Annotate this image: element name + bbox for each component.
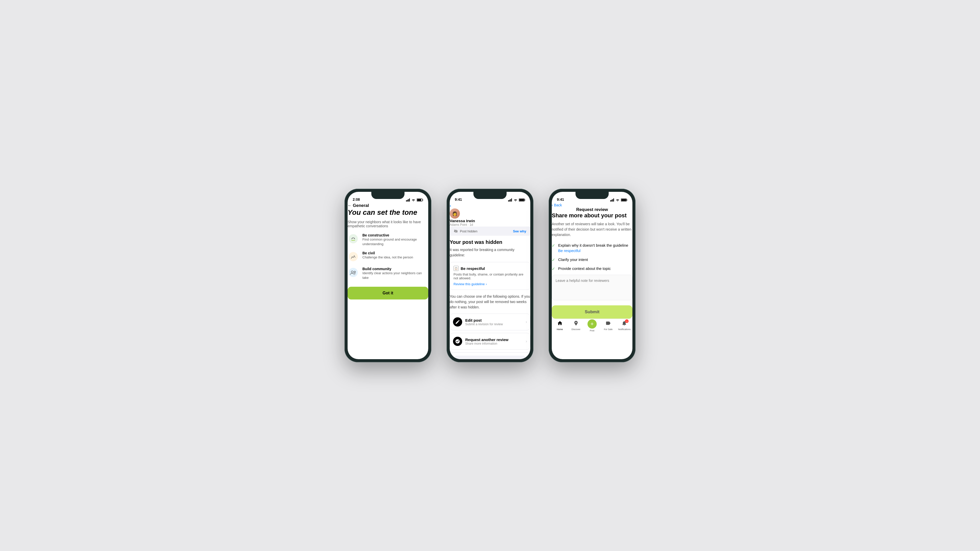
tab-home[interactable]: Home bbox=[552, 321, 568, 332]
feature-civil: Be civil Challenge the idea, not the per… bbox=[348, 251, 428, 262]
feature-constructive-title: Be constructive bbox=[363, 233, 428, 237]
svg-point-9 bbox=[354, 238, 355, 238]
edit-post-option[interactable]: Edit post Submit a revision for review › bbox=[450, 313, 530, 330]
time-1: 2:08 bbox=[353, 197, 360, 202]
svg-rect-19 bbox=[519, 199, 524, 201]
constructive-icon bbox=[348, 233, 359, 245]
sheet-body: It was reported for breaking a community… bbox=[450, 247, 530, 258]
checklist-item-1: ✓ Explain why it doesn't break the guide… bbox=[552, 243, 632, 253]
feature-constructive: Be constructive Find common ground and e… bbox=[348, 233, 428, 246]
feature-civil-title: Be civil bbox=[363, 251, 413, 255]
close-btn-row: Close bbox=[450, 352, 530, 359]
battery-icon-2 bbox=[519, 198, 525, 202]
tab-discover[interactable]: Discover bbox=[568, 321, 584, 332]
hidden-text: Post hidden bbox=[460, 229, 477, 233]
got-it-button[interactable]: Got it bbox=[348, 287, 428, 300]
edit-post-text: Edit post Submit a revision for review bbox=[465, 318, 523, 326]
feature-community-desc: Identify clear actions your neighbors ca… bbox=[363, 271, 428, 280]
content-3: Share more about your post Another set o… bbox=[552, 212, 632, 319]
time-2: 9:41 bbox=[455, 197, 462, 202]
feature-community: Build community Identify clear actions y… bbox=[348, 267, 428, 280]
tab-post[interactable]: + Post bbox=[584, 321, 600, 332]
status-icons-1 bbox=[406, 198, 423, 202]
card-subtitle: Show your neighbors what it looks like t… bbox=[348, 220, 428, 228]
user-info: Vanessa Irwin Adams Point · 1d bbox=[450, 219, 530, 227]
check-text-2: Clarify your intent bbox=[558, 257, 588, 262]
tab-notifications[interactable]: 1 Notifications bbox=[616, 321, 632, 332]
sheet-title: Your post was hidden bbox=[450, 239, 530, 245]
bottom-sheet: Your post was hidden It was reported for… bbox=[450, 236, 530, 359]
user-meta: Adams Point · 1d bbox=[450, 223, 530, 227]
status-icons-3 bbox=[610, 198, 627, 202]
hidden-icon bbox=[454, 229, 458, 233]
svg-rect-14 bbox=[508, 200, 509, 202]
back-button-1[interactable]: ← bbox=[348, 203, 352, 208]
user-header: ‹ 👩 Vanessa Irwin Adams Point · 1d bbox=[450, 203, 530, 227]
close-button[interactable]: Close bbox=[454, 356, 526, 359]
check-icon-2: ✓ bbox=[552, 257, 555, 262]
submit-button[interactable]: Submit bbox=[552, 305, 632, 319]
svg-rect-15 bbox=[509, 200, 510, 202]
feature-community-title: Build community bbox=[363, 267, 428, 271]
tab-bar: Home Discover + Post For Sale bbox=[552, 319, 632, 333]
tab-notifications-label: Notifications bbox=[618, 328, 631, 330]
svg-rect-1 bbox=[407, 200, 408, 202]
card-title: You can set the tone bbox=[348, 208, 428, 217]
review-link[interactable]: Review this guideline › bbox=[453, 282, 527, 286]
wifi-icon-2 bbox=[514, 198, 517, 202]
guideline-card: 📋 Be respectful Posts that bully, shame,… bbox=[450, 262, 530, 290]
edit-chevron: › bbox=[526, 320, 527, 324]
community-icon bbox=[348, 267, 359, 278]
notch bbox=[371, 192, 404, 199]
tab-forsale[interactable]: For Sale bbox=[600, 321, 616, 332]
back-button-3[interactable]: ‹ Back bbox=[552, 203, 632, 207]
svg-rect-20 bbox=[525, 200, 525, 200]
nav-header-3: ‹ Back Request review bbox=[552, 203, 632, 212]
options-text: You can choose one of the following opti… bbox=[450, 294, 530, 310]
guideline-desc: Posts that bully, shame, or contain prof… bbox=[453, 272, 527, 280]
card-1: You can set the tone Show your neighbors… bbox=[348, 208, 428, 300]
notifications-icon: 1 bbox=[621, 321, 627, 327]
wifi-icon-3 bbox=[616, 198, 620, 202]
signal-icon bbox=[406, 198, 410, 202]
review-icon bbox=[455, 339, 460, 344]
page-title-3: Share more about your post bbox=[552, 212, 632, 219]
check-icon-3: ✓ bbox=[552, 266, 555, 271]
svg-rect-27 bbox=[621, 199, 626, 201]
nav-title-3: Request review bbox=[552, 207, 632, 212]
feature-civil-desc: Challenge the idea, not the person bbox=[363, 255, 413, 260]
home-icon bbox=[557, 321, 563, 327]
edit-post-title: Edit post bbox=[465, 318, 523, 322]
svg-point-8 bbox=[352, 238, 353, 238]
back-button-2[interactable]: ‹ bbox=[450, 203, 451, 208]
wifi-icon bbox=[411, 198, 415, 202]
feature-civil-text: Be civil Challenge the idea, not the per… bbox=[363, 251, 413, 260]
checklist-item-3: ✓ Provide context about the topic bbox=[552, 266, 632, 271]
request-review-option[interactable]: Request another review Share more inform… bbox=[450, 333, 530, 350]
svg-point-7 bbox=[348, 234, 358, 243]
status-icons-2 bbox=[508, 198, 525, 202]
be-respectful-link[interactable]: Be respectful bbox=[558, 248, 581, 253]
feature-community-text: Build community Identify clear actions y… bbox=[363, 267, 428, 280]
page-desc-3: Another set of reviewers will take a loo… bbox=[552, 221, 632, 238]
svg-rect-0 bbox=[406, 200, 407, 202]
user-name: Vanessa Irwin bbox=[450, 219, 530, 223]
edit-icon bbox=[455, 319, 460, 324]
tab-forsale-label: For Sale bbox=[604, 328, 612, 330]
svg-rect-16 bbox=[510, 199, 511, 202]
time-3: 9:41 bbox=[557, 197, 564, 202]
back-label-3: Back bbox=[554, 203, 562, 207]
svg-rect-25 bbox=[613, 198, 614, 202]
hidden-label: Post hidden bbox=[454, 229, 477, 233]
see-why-button[interactable]: See why bbox=[513, 229, 526, 233]
request-review-subtitle: Share more information bbox=[465, 342, 523, 345]
forsale-icon bbox=[605, 321, 611, 327]
signal-icon-3 bbox=[610, 198, 614, 202]
scene: 2:08 ← General You can set the tone Show… bbox=[329, 173, 651, 378]
notch-2 bbox=[473, 192, 507, 199]
feature-constructive-text: Be constructive Find common ground and e… bbox=[363, 233, 428, 246]
nav-header-1: ← General bbox=[348, 203, 428, 208]
note-textarea[interactable] bbox=[552, 275, 632, 300]
svg-rect-28 bbox=[627, 200, 627, 200]
battery-icon bbox=[417, 198, 423, 202]
